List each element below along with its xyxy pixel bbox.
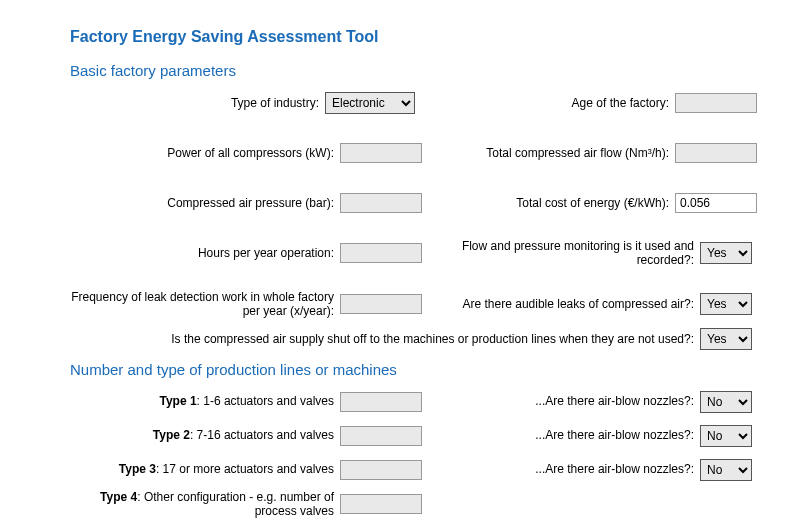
input-total-air-flow[interactable] — [675, 143, 757, 163]
label-air-pressure: Compressed air pressure (bar): — [70, 196, 340, 211]
input-type-2[interactable] — [340, 426, 422, 446]
label-airblow-3: ...Are there air-blow nozzles?: — [425, 462, 700, 477]
input-cost-energy[interactable] — [675, 193, 757, 213]
label-total-air-flow: Total compressed air flow (Nm³/h): — [425, 146, 675, 161]
label-age-factory: Age of the factory: — [425, 96, 675, 111]
input-air-pressure[interactable] — [340, 193, 422, 213]
input-type-3[interactable] — [340, 460, 422, 480]
label-hours-year: Hours per year operation: — [70, 246, 340, 261]
label-airblow-1: ...Are there air-blow nozzles?: — [425, 394, 700, 409]
select-flow-monitoring[interactable]: Yes No — [700, 242, 752, 264]
section-prod-heading: Number and type of production lines or m… — [70, 361, 760, 378]
prod-lines-form: Type 1: 1-6 actuators and valves ...Are … — [70, 388, 760, 519]
page-title: Factory Energy Saving Assessment Tool — [70, 28, 760, 46]
select-shutoff[interactable]: Yes No — [700, 328, 752, 350]
select-audible-leaks[interactable]: Yes No — [700, 293, 752, 315]
section-basic-heading: Basic factory parameters — [70, 62, 760, 79]
label-shutoff: Is the compressed air supply shut off to… — [70, 332, 700, 346]
label-type-3: Type 3: 17 or more actuators and valves — [70, 462, 340, 477]
label-type-1: Type 1: 1-6 actuators and valves — [70, 394, 340, 409]
input-age-factory[interactable] — [675, 93, 757, 113]
input-type-1[interactable] — [340, 392, 422, 412]
input-type-4[interactable] — [340, 494, 422, 514]
label-airblow-2: ...Are there air-blow nozzles?: — [425, 428, 700, 443]
label-type-4: Type 4: Other configuration - e.g. numbe… — [70, 490, 340, 519]
label-flow-monitoring: Flow and pressure monitoring is it used … — [425, 239, 700, 268]
select-airblow-2[interactable]: No Yes — [700, 425, 752, 447]
input-leak-freq[interactable] — [340, 294, 422, 314]
input-hours-year[interactable] — [340, 243, 422, 263]
label-leak-freq: Frequency of leak detection work in whol… — [70, 290, 340, 319]
input-power-compressors[interactable] — [340, 143, 422, 163]
label-audible-leaks: Are there audible leaks of compressed ai… — [425, 297, 700, 312]
label-type-2: Type 2: 7-16 actuators and valves — [70, 428, 340, 443]
basic-params-form: Type of industry: Electronic Age of the … — [70, 89, 760, 353]
label-type-industry: Type of industry: — [70, 96, 325, 111]
select-airblow-3[interactable]: No Yes — [700, 459, 752, 481]
select-airblow-1[interactable]: No Yes — [700, 391, 752, 413]
label-power-compressors: Power of all compressors (kW): — [70, 146, 340, 161]
label-cost-energy: Total cost of energy (€/kWh): — [425, 196, 675, 211]
select-type-industry[interactable]: Electronic — [325, 92, 415, 114]
